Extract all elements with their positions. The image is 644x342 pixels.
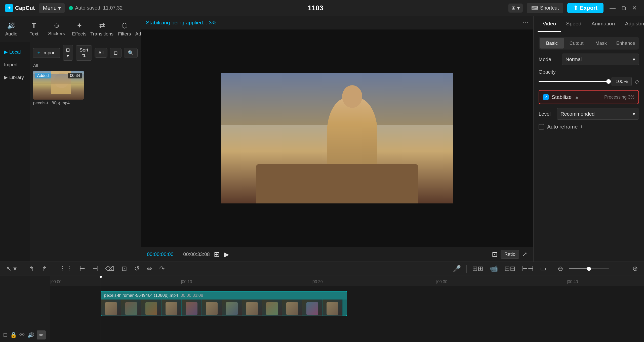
tool-effects[interactable]: ✦ Effects: [68, 19, 91, 39]
playhead[interactable]: [101, 276, 101, 342]
fullscreen-button[interactable]: ⤢: [522, 251, 527, 258]
menu-button[interactable]: Menu ▾: [39, 3, 65, 13]
trim-tail-button[interactable]: ⊣: [90, 264, 100, 274]
auto-reframe-checkbox[interactable]: [539, 124, 544, 130]
grid-view-button[interactable]: ⊞: [214, 250, 220, 259]
tool-filters[interactable]: ⬡ Filters: [113, 19, 136, 39]
add-media-button[interactable]: ⊕: [630, 264, 640, 274]
audio-track-button[interactable]: 🔊: [27, 332, 34, 338]
timeline-right-tools: 🎤 ⊞⊞ 📹 ⊟⊟ ⊢⊣ ▭ ⊖ — ⊕: [451, 264, 640, 274]
tool-stickers[interactable]: ☺ Stickers: [45, 19, 68, 39]
clip-connection-button[interactable]: ⊞⊞: [470, 264, 485, 274]
audio-icon: 🔊: [7, 21, 16, 30]
opacity-row: Opacity: [539, 69, 639, 75]
visibility-button[interactable]: 👁: [19, 332, 25, 338]
sidebar-nav: ▶ Local Import ▶ Library: [0, 42, 30, 262]
screen-fit-button[interactable]: ⊡: [492, 250, 498, 259]
layout-button[interactable]: ⊞ ▾: [508, 4, 523, 13]
loop-button[interactable]: ↺: [132, 264, 142, 274]
media-thumbnail[interactable]: Added 00:34: [33, 71, 84, 100]
list-item[interactable]: Added 00:34 pexels-t...80p).mp4: [33, 71, 84, 107]
level-select[interactable]: Recommended ▾: [557, 108, 639, 120]
toolbar-row: 🔊 Audio T Text ☺ Stickers ✦ Effects ⇄ Tr…: [0, 16, 141, 42]
tab-video[interactable]: Video: [538, 16, 561, 32]
opacity-value[interactable]: 100%: [612, 77, 632, 86]
split-button[interactable]: ⋮⋮: [57, 264, 74, 274]
zoom-slider-thumb[interactable]: [587, 267, 591, 271]
close-button[interactable]: ✕: [630, 4, 639, 13]
sub-tab-mask[interactable]: Mask: [589, 38, 614, 49]
sort-button[interactable]: Sort ⇅: [76, 45, 92, 61]
tool-transitions[interactable]: ⇄ Transitions: [91, 19, 113, 39]
zoom-slider-fill: [569, 268, 589, 269]
mode-row: Mode Normal ▾: [539, 54, 639, 65]
right-panel: Video Speed Animation Adjustment Basic C…: [533, 16, 644, 262]
video-clip[interactable]: pexels-thirdman-5649464 (1080p).mp4 00:0…: [101, 291, 347, 316]
preview-right-controls: ⊡ Ratio ⤢: [492, 250, 527, 259]
stabilize-checkbox[interactable]: ✓: [543, 94, 549, 100]
sidebar-item-local[interactable]: ▶ Local: [0, 46, 30, 58]
play-button[interactable]: ▶: [224, 250, 229, 259]
sub-tab-enhance[interactable]: Enhance: [613, 38, 638, 49]
import-button[interactable]: + Import: [33, 48, 60, 58]
lock-track-button[interactable]: 🔒: [10, 332, 17, 338]
shortcut-button[interactable]: ⌨ Shortcut: [527, 3, 563, 13]
project-title: 1103: [127, 4, 504, 12]
filter-button[interactable]: ⊟: [110, 48, 122, 58]
right-content: Basic Cutout Mask Enhance Mode Normal ▾ …: [534, 32, 644, 262]
tab-animation[interactable]: Animation: [586, 16, 620, 32]
tool-text[interactable]: T Text: [23, 19, 45, 39]
time-separator: [178, 251, 179, 258]
opacity-slider-track[interactable]: [539, 81, 609, 82]
top-right-controls: ⊞ ▾ ⌨ Shortcut ⬆ Export — ⧉ ✕: [508, 3, 639, 13]
sidebar-import-label: Import: [4, 62, 18, 67]
sub-tab-basic[interactable]: Basic: [540, 38, 564, 49]
mode-select[interactable]: Normal ▾: [562, 54, 639, 65]
main-layout: 🔊 Audio T Text ☺ Stickers ✦ Effects ⇄ Tr…: [0, 16, 644, 262]
export-button[interactable]: ⬆ Export: [567, 3, 603, 13]
clip-frame: [262, 300, 282, 316]
timeline-left-sidebar: ⊟ 🔒 👁 🔊 ✏: [0, 276, 50, 342]
ruler-mark-40: |00:40: [567, 280, 578, 284]
zoom-in-button[interactable]: —: [613, 264, 623, 274]
rotate-button[interactable]: ↷: [157, 264, 167, 274]
opacity-slider-thumb[interactable]: [606, 79, 611, 84]
mic-button[interactable]: 🎤: [451, 264, 463, 274]
restore-button[interactable]: ⧉: [620, 4, 628, 13]
redo-button[interactable]: ↱: [39, 264, 49, 274]
mode-chevron-icon: ▾: [633, 56, 635, 62]
opacity-keyframe-button[interactable]: ◇: [635, 78, 639, 85]
flip-button[interactable]: ⇔: [145, 264, 154, 274]
freeze-frame-button[interactable]: ⊡: [119, 264, 129, 274]
search-button[interactable]: 🔍: [124, 48, 138, 58]
tab-adjustment[interactable]: Adjustment: [620, 16, 644, 32]
timeline-ruler: |00:00 |00:10 |00:20 |00:30 |00:40: [50, 276, 644, 286]
all-filter-button[interactable]: All: [95, 48, 107, 58]
sidebar-item-import[interactable]: Import: [0, 59, 30, 70]
filters-icon: ⬡: [122, 21, 128, 30]
magnet-button[interactable]: 📹: [488, 264, 500, 274]
clip-merge-button[interactable]: ⊟⊟: [502, 264, 517, 274]
trim-head-button[interactable]: ⊢: [77, 264, 87, 274]
text-clip-button[interactable]: ⊢⊣: [520, 264, 536, 274]
zoom-out-button[interactable]: ⊖: [556, 264, 565, 274]
sub-tab-cutout[interactable]: Cutout: [564, 38, 589, 49]
edit-track-button[interactable]: ✏: [37, 330, 46, 339]
sidebar-library-label: Library: [9, 75, 24, 80]
undo-button[interactable]: ↰: [27, 264, 36, 274]
select-tool-button[interactable]: ↖ ▾: [4, 264, 19, 274]
ruler-mark-10: |00:10: [181, 280, 192, 284]
track-video-icon-button[interactable]: ⊟: [3, 332, 8, 338]
delete-button[interactable]: ⌫: [103, 264, 116, 274]
clip-frame: [121, 300, 141, 316]
tool-audio[interactable]: 🔊 Audio: [0, 19, 23, 39]
minimize-button[interactable]: —: [608, 4, 618, 13]
auto-save-dot: [69, 6, 73, 10]
subtitle-button[interactable]: ▭: [538, 264, 548, 274]
tab-speed[interactable]: Speed: [561, 16, 586, 32]
ratio-button[interactable]: Ratio: [501, 250, 519, 259]
sidebar-item-library[interactable]: ▶ Library: [0, 71, 30, 83]
preview-menu-button[interactable]: ⋯: [522, 19, 528, 26]
zoom-slider-track[interactable]: [569, 268, 609, 269]
view-toggle-button[interactable]: ⊞ ▾: [63, 45, 73, 61]
